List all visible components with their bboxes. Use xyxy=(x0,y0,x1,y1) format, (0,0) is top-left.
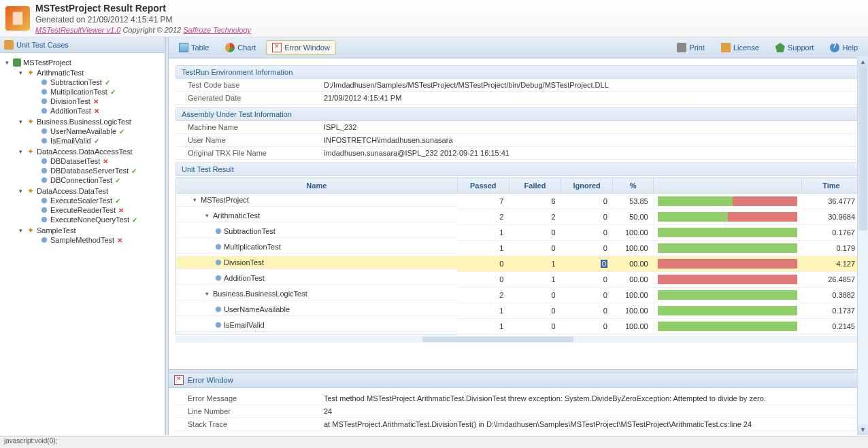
row-failed: 1 xyxy=(509,256,561,272)
tree-test[interactable]: SubtractionTest✓ xyxy=(30,78,163,86)
table-row[interactable]: ▾Business.BusinessLogicTest200100.000.38… xyxy=(176,288,861,303)
row-pct: 00.00 xyxy=(613,272,654,288)
row-toggle[interactable]: ▾ xyxy=(203,212,210,219)
col-failed[interactable]: Failed xyxy=(509,178,561,194)
row-toggle[interactable]: ▾ xyxy=(191,196,198,203)
row-time: 36.4777 xyxy=(801,194,861,209)
toolbar: Table Chart Error Window Print License S… xyxy=(169,37,868,58)
tree-test[interactable]: MultiplicationTest✓ xyxy=(30,88,163,96)
tree-test[interactable]: ExecuteScalerTest✓ xyxy=(30,196,163,205)
row-failed: 0 xyxy=(509,241,561,256)
info-row: Machine NameISPL_232 xyxy=(176,121,861,134)
asm-section-title: Assembly Under Test Information xyxy=(176,107,861,121)
tree-test[interactable]: UserNameAvailable✓ xyxy=(30,127,163,135)
col-passed[interactable]: Passed xyxy=(457,178,509,194)
table-row[interactable]: SubtractionTest100100.000.1767 xyxy=(176,225,861,241)
hscroll-thumb[interactable] xyxy=(422,337,573,342)
row-passed: 1 xyxy=(457,241,509,256)
row-name: ArithmaticTest xyxy=(213,211,260,220)
tree-test[interactable]: DivisionTest✕ xyxy=(30,97,163,105)
row-pct: 50.00 xyxy=(613,209,654,225)
tree-test[interactable]: SampleMethodTest✕ xyxy=(30,236,163,244)
row-time: 0.1767 xyxy=(801,225,861,241)
tree-test[interactable]: IsEmailValid✓ xyxy=(30,137,163,145)
row-failed: 0 xyxy=(509,225,561,241)
table-row[interactable]: IsEmailValid100100.000.2145 xyxy=(176,319,861,334)
row-name: MSTestProject xyxy=(201,196,249,204)
table-row[interactable]: MultiplicationTest100100.000.179 xyxy=(176,241,861,256)
scroll-up-button[interactable]: ▲ xyxy=(858,56,868,67)
tree-test[interactable]: ExecuteReaderTest✕ xyxy=(30,206,163,214)
tree-class[interactable]: ▾✦SampleTest xyxy=(16,226,163,235)
row-passed: 1 xyxy=(457,225,509,241)
help-button[interactable]: Help xyxy=(824,40,864,55)
horizontal-scrollbar[interactable] xyxy=(176,336,861,343)
test-bullet-icon xyxy=(216,275,221,281)
row-passed: 7 xyxy=(457,194,509,209)
tree-class[interactable]: ▾✦ArithmaticTest xyxy=(16,68,163,77)
col-pct[interactable]: % xyxy=(613,178,654,194)
table-button[interactable]: Table xyxy=(173,40,215,55)
table-row[interactable]: ▾ArithmaticTest22050.0030.9684 xyxy=(176,209,861,225)
row-name: IsEmailValid xyxy=(224,321,265,329)
row-bar xyxy=(654,225,802,241)
row-time: 0.1737 xyxy=(801,303,861,319)
tree-test[interactable]: DBConnectionTest✓ xyxy=(30,176,163,184)
error-value: 24 xyxy=(324,407,861,415)
row-passed: 0 xyxy=(457,272,509,288)
col-time[interactable]: Time xyxy=(801,178,861,194)
vertical-scrollbar[interactable]: ▲ ▼ xyxy=(857,56,868,435)
table-row[interactable]: DivisionTest01000.004.127 xyxy=(176,256,861,272)
table-row[interactable]: UserNameAvailable100100.000.1737 xyxy=(176,303,861,319)
row-passed: 2 xyxy=(457,209,509,225)
print-icon xyxy=(677,43,686,52)
col-ignored[interactable]: Ignored xyxy=(561,178,613,194)
support-button[interactable]: Support xyxy=(769,40,820,55)
tree-class[interactable]: ▾✦DataAccess.DataAccessTest xyxy=(16,147,163,156)
error-window-button[interactable]: Error Window xyxy=(266,40,336,55)
copyright-text: Copyright © 2012 xyxy=(122,26,183,34)
col-name[interactable]: Name xyxy=(176,178,458,194)
tree-class[interactable]: ▾✦DataAccess.DataTest xyxy=(16,186,163,196)
row-ignored: 0 xyxy=(561,241,613,256)
info-panel: TestRun Environment Information Test Cod… xyxy=(169,58,868,369)
row-time: 0.2145 xyxy=(801,319,861,334)
scroll-thumb[interactable] xyxy=(858,67,867,230)
info-row: User NameINFOSTRETCH\imdadhusen.sunasara xyxy=(176,134,861,147)
support-icon xyxy=(775,43,785,52)
chart-button[interactable]: Chart xyxy=(219,40,262,55)
table-row[interactable]: ▾MSTestProject76053.8536.4777 xyxy=(176,194,861,209)
print-button[interactable]: Print xyxy=(671,40,711,55)
info-value: ISPL_232 xyxy=(324,123,861,131)
viewer-link[interactable]: MSTestResultViewer v1.0 xyxy=(35,26,120,34)
tree-test[interactable]: AdditionTest✕ xyxy=(30,107,163,115)
row-failed: 2 xyxy=(509,209,561,225)
tree-test[interactable]: ExecuteNoneQueryTest✓ xyxy=(30,216,163,224)
row-ignored: 0 xyxy=(561,194,613,209)
test-bullet-icon xyxy=(216,228,221,234)
license-button[interactable]: License xyxy=(715,40,765,55)
error-value: Test method MSTestProject.ArithmaticTest… xyxy=(324,394,861,402)
info-row: Original TRX File Nameimdadhusen.sunasar… xyxy=(176,147,861,160)
result-section-title: Unit Test Result xyxy=(176,162,861,176)
row-passed: 2 xyxy=(457,288,509,303)
info-row: Generated Date21/09/2012 4:15:41 PM xyxy=(176,92,861,105)
error-label: Stack Trace xyxy=(188,420,324,428)
info-label: Test Code base xyxy=(188,81,324,89)
tree-class[interactable]: ▾✦Business.BusinessLogicTest xyxy=(16,117,163,126)
vendor-link[interactable]: Saffroze Technology xyxy=(183,26,251,34)
row-failed: 0 xyxy=(509,319,561,334)
row-pct: 100.00 xyxy=(613,225,654,241)
row-bar xyxy=(654,209,802,225)
row-ignored: 0 xyxy=(561,303,613,319)
table-row[interactable]: AdditionTest01000.0026.4857 xyxy=(176,272,861,288)
tree-test[interactable]: DBDatabaseServerTest✓ xyxy=(30,167,163,175)
row-time: 4.127 xyxy=(801,256,861,272)
test-tree[interactable]: ▾MSTestProject▾✦ArithmaticTestSubtractio… xyxy=(0,53,165,435)
info-value: imdadhusen.sunasara@ISPL_232 2012-09-21 … xyxy=(324,149,861,157)
tree-test[interactable]: DBDatasetTest✕ xyxy=(30,157,163,165)
row-toggle[interactable]: ▾ xyxy=(203,290,210,297)
tree-root[interactable]: ▾MSTestProject xyxy=(3,58,163,67)
scroll-down-button[interactable]: ▼ xyxy=(858,424,868,435)
row-ignored: 0 xyxy=(561,209,613,225)
